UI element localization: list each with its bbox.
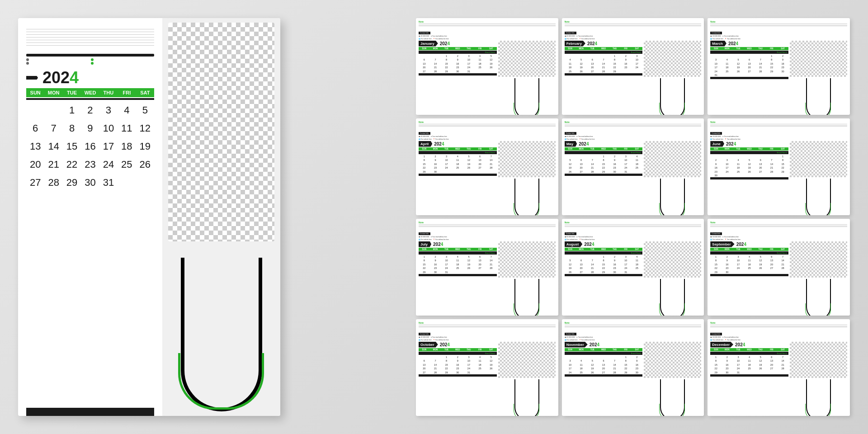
- sm-bottom-bar: [710, 274, 788, 276]
- year-accent: 4: [70, 68, 79, 87]
- sm-cell: 8: [710, 259, 722, 262]
- sm-cell: [576, 155, 587, 158]
- sm-cell: 28: [766, 170, 778, 174]
- day-sun: SUN: [26, 90, 44, 95]
- sm-photo-checker: [790, 342, 847, 378]
- sm-day-header: TUE: [587, 349, 598, 351]
- sm-year: 2024: [440, 342, 450, 347]
- sm-arch: [514, 179, 539, 216]
- sm-cell: 6: [576, 158, 587, 162]
- cal-cell: 16: [81, 138, 99, 155]
- sm-month-name: December: [710, 342, 733, 348]
- sm-left: January 2024 SUNMONTUEWEDTHUFRISATBrand …: [419, 41, 497, 115]
- sm-cell: 9: [430, 259, 441, 262]
- sm-year: 2024: [590, 342, 599, 347]
- sm-cell: 19: [486, 363, 497, 367]
- sm-cell: [419, 355, 430, 359]
- sm-brand-bar: Brand Name: [565, 151, 643, 154]
- sm-cell: 25: [452, 166, 463, 170]
- sm-cell: 4: [744, 355, 755, 359]
- sm-cell: 10: [710, 62, 722, 66]
- sm-cell: 1: [441, 54, 452, 58]
- sm-day-header: TUE: [733, 47, 744, 50]
- cal-cell: 10: [99, 120, 118, 137]
- sm-cell: 13: [576, 162, 587, 166]
- sm-cell: 3: [463, 54, 475, 58]
- sm-cell: 26: [576, 70, 587, 73]
- note-line: [26, 42, 154, 43]
- sm-note-lines: [419, 124, 556, 127]
- sm-day-header: SAT: [632, 248, 643, 250]
- sm-cell: 6: [474, 255, 486, 259]
- sm-note-line: [565, 226, 702, 226]
- sm-cell: [565, 355, 576, 359]
- sm-day-header: SUN: [419, 47, 430, 50]
- small-calendar-november: Note Contact Info. ☎ 00 0000 0000 ✉ Your…: [562, 319, 704, 416]
- sm-cell: 20: [598, 367, 609, 370]
- sm-cell: 9: [722, 359, 733, 363]
- sm-note-label: Note: [419, 221, 556, 224]
- sm-contact-detail: ☎ 00 0000 0000 ✉ Your email address here: [419, 35, 556, 37]
- sm-cell: 6: [419, 58, 430, 61]
- sm-cell: 8: [598, 158, 609, 162]
- sm-cell: 2: [710, 158, 722, 162]
- sm-cell: 23: [632, 367, 643, 370]
- sm-note-lines: [565, 124, 702, 127]
- sm-cell: 11: [452, 259, 463, 262]
- sm-cell: 12: [565, 263, 576, 266]
- sm-cell: 21: [609, 367, 620, 370]
- sm-cell: 28: [598, 70, 609, 73]
- sm-cell: 24: [710, 70, 722, 73]
- sm-cell: 9: [722, 259, 733, 262]
- sm-cell: 1: [598, 155, 609, 158]
- sm-cell: 4: [632, 155, 643, 158]
- sm-header: August 2024: [565, 241, 643, 247]
- cal-cell: 12: [136, 120, 154, 137]
- sm-cell: 27: [474, 166, 486, 170]
- sm-cell: [609, 355, 620, 359]
- sm-cell: 6: [576, 259, 587, 262]
- sm-cell: [744, 54, 755, 58]
- sm-cell: 8: [441, 359, 452, 363]
- sm-cell: 7: [609, 359, 620, 363]
- sm-day-headers: SUNMONTUEWEDTHUFRISAT: [710, 348, 788, 351]
- sm-cell: 15: [419, 263, 430, 266]
- sm-cell: 24: [463, 66, 475, 69]
- contact-bar: [26, 54, 154, 57]
- sm-note-lines: [419, 325, 556, 327]
- sm-bottom-bar: [419, 274, 497, 276]
- sm-cell: 26: [463, 166, 475, 170]
- sm-cell: 17: [620, 263, 632, 266]
- sm-cell: 18: [722, 66, 733, 69]
- sm-cell: 16: [430, 162, 441, 166]
- sm-brand-bar: Brand Name: [565, 251, 643, 255]
- sm-cell: 25: [452, 266, 463, 270]
- sm-month-name: June: [710, 141, 724, 147]
- sm-brand-bar: Brand Name: [710, 251, 788, 255]
- sm-cell: 3: [733, 255, 744, 259]
- sm-month-name: August: [565, 241, 583, 247]
- sm-cell: 22: [419, 266, 430, 270]
- sm-cell: 21: [486, 263, 497, 266]
- sm-cell: 3: [441, 155, 452, 158]
- sm-note-line: [565, 126, 702, 127]
- sm-day-headers: SUNMONTUEWEDTHUFRISAT: [419, 248, 497, 251]
- sm-cell: 28: [587, 270, 598, 274]
- sm-day-header: FRI: [474, 349, 486, 351]
- note-line: [26, 37, 154, 38]
- sm-year-accent: 4: [734, 142, 736, 146]
- sm-cell: 25: [474, 66, 486, 69]
- sm-cell: 27: [766, 367, 778, 370]
- sm-cell: 28: [486, 166, 497, 170]
- sm-cell: 11: [474, 58, 486, 61]
- sm-cell: 4: [744, 255, 755, 259]
- sm-day-header: MON: [722, 148, 733, 150]
- sm-month-name: February: [565, 41, 585, 47]
- cal-cell: 17: [99, 138, 118, 155]
- sm-month-name: March: [710, 41, 726, 47]
- sm-brand-name: Brand Name: [485, 352, 495, 354]
- sm-cell: 13: [419, 62, 430, 66]
- note-line: [26, 34, 154, 35]
- sm-left: September 2024 SUNMONTUEWEDTHUFRISATBran…: [710, 241, 788, 316]
- sm-brand-name: Brand Name: [777, 252, 787, 254]
